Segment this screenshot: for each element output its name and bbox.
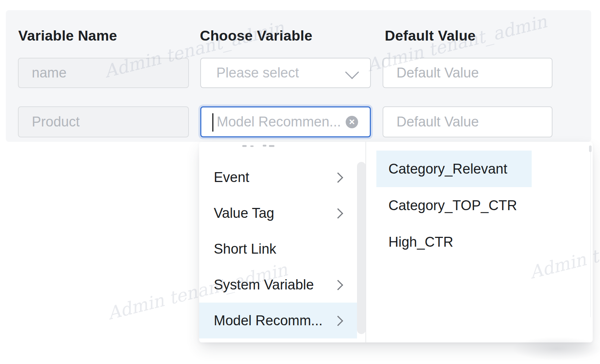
cascader-left-panel: Event Value Tag Short Link System Variab… bbox=[199, 142, 366, 342]
default-value-label: Default Value bbox=[385, 28, 476, 44]
default-value-input-row2[interactable] bbox=[383, 106, 552, 137]
scrolled-item-fragment bbox=[242, 145, 247, 147]
clear-icon[interactable]: ✕ bbox=[346, 116, 358, 128]
menu-item-event[interactable]: Event bbox=[199, 159, 357, 195]
submenu-item-high-ctr[interactable]: High_CTR bbox=[376, 224, 532, 260]
chevron-right-icon bbox=[334, 208, 343, 218]
chevron-right-icon bbox=[334, 280, 343, 289]
screen: Variable Name Choose Variable Default Va… bbox=[0, 0, 600, 364]
menu-item-value-tag[interactable]: Value Tag bbox=[199, 195, 357, 231]
scrolled-item-fragment bbox=[263, 145, 266, 147]
chevron-down-icon bbox=[346, 67, 358, 77]
right-scrollbar-track bbox=[590, 146, 591, 317]
variable-name-input-row2 bbox=[18, 106, 189, 137]
choose-variable-select-row1[interactable]: Please select bbox=[200, 58, 371, 88]
choose-variable-select-row2[interactable]: Model Recommen... ✕ bbox=[200, 106, 371, 137]
cascader-dropdown: Event Value Tag Short Link System Variab… bbox=[199, 142, 593, 342]
variable-name-input-row1 bbox=[18, 58, 189, 88]
scrolled-item-fragment bbox=[250, 145, 254, 147]
cascader-right-panel: Category_Relevant Category_TOP_CTR High_… bbox=[366, 142, 593, 342]
menu-item-model-recommend[interactable]: Model Recomm... bbox=[199, 303, 357, 338]
right-scrollbar-thumb[interactable] bbox=[589, 145, 592, 152]
choose-variable-value: Model Recommen... bbox=[217, 114, 341, 130]
submenu-item-category-top-ctr[interactable]: Category_TOP_CTR bbox=[376, 187, 532, 224]
choose-variable-label: Choose Variable bbox=[200, 28, 312, 44]
variable-name-label: Variable Name bbox=[18, 28, 117, 44]
submenu-item-category-relevant[interactable]: Category_Relevant bbox=[376, 151, 532, 187]
choose-variable-placeholder: Please select bbox=[216, 65, 299, 81]
chevron-right-icon bbox=[334, 316, 343, 325]
left-scrollbar-thumb[interactable] bbox=[357, 162, 366, 334]
menu-item-short-link[interactable]: Short Link bbox=[199, 231, 357, 267]
text-caret bbox=[212, 113, 213, 132]
menu-item-system-variable[interactable]: System Variable bbox=[199, 267, 357, 303]
scrolled-item-fragment bbox=[269, 145, 274, 147]
default-value-input-row1[interactable] bbox=[383, 58, 552, 88]
chevron-right-icon bbox=[334, 172, 343, 182]
